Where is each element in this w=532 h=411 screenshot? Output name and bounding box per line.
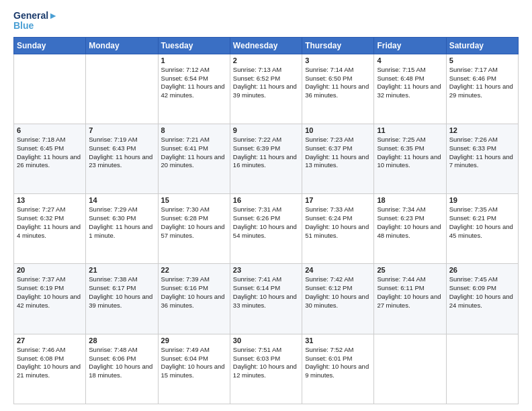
day-number: 7: [89, 126, 154, 134]
cell-info: Sunrise: 7:19 AM Sunset: 6:43 PM Dayligh…: [89, 136, 154, 170]
calendar-cell: 9Sunrise: 7:22 AM Sunset: 6:39 PM Daylig…: [230, 124, 302, 194]
weekday-header: Thursday: [302, 37, 374, 54]
cell-info: Sunrise: 7:34 AM Sunset: 6:23 PM Dayligh…: [377, 205, 443, 240]
calendar-cell: 10Sunrise: 7:23 AM Sunset: 6:37 PM Dayli…: [302, 124, 374, 194]
cell-info: Sunrise: 7:49 AM Sunset: 6:04 PM Dayligh…: [161, 346, 227, 380]
cell-info: Sunrise: 7:45 AM Sunset: 6:09 PM Dayligh…: [449, 275, 515, 310]
day-number: 12: [449, 126, 515, 134]
cell-info: Sunrise: 7:39 AM Sunset: 6:16 PM Dayligh…: [161, 275, 227, 310]
weekday-header: Sunday: [14, 37, 86, 54]
cell-info: Sunrise: 7:41 AM Sunset: 6:14 PM Dayligh…: [233, 275, 299, 310]
calendar-cell: 3Sunrise: 7:14 AM Sunset: 6:50 PM Daylig…: [302, 54, 374, 124]
calendar-cell: 28Sunrise: 7:48 AM Sunset: 6:06 PM Dayli…: [86, 334, 158, 404]
calendar-cell: 26Sunrise: 7:45 AM Sunset: 6:09 PM Dayli…: [446, 264, 518, 334]
cell-info: Sunrise: 7:27 AM Sunset: 6:32 PM Dayligh…: [17, 205, 83, 240]
calendar-table: SundayMondayTuesdayWednesdayThursdayFrid…: [13, 37, 519, 404]
weekday-header: Friday: [374, 37, 446, 54]
cell-info: Sunrise: 7:22 AM Sunset: 6:39 PM Dayligh…: [233, 136, 299, 170]
day-number: 8: [161, 126, 227, 134]
day-number: 6: [17, 126, 83, 134]
calendar-cell: [374, 334, 446, 404]
calendar-cell: 29Sunrise: 7:49 AM Sunset: 6:04 PM Dayli…: [158, 334, 230, 404]
cell-info: Sunrise: 7:29 AM Sunset: 6:30 PM Dayligh…: [89, 205, 154, 240]
day-number: 24: [305, 266, 371, 274]
calendar-cell: 27Sunrise: 7:46 AM Sunset: 6:08 PM Dayli…: [14, 334, 86, 404]
cell-info: Sunrise: 7:37 AM Sunset: 6:19 PM Dayligh…: [17, 275, 83, 310]
calendar-row: 20Sunrise: 7:37 AM Sunset: 6:19 PM Dayli…: [14, 264, 519, 334]
day-number: 25: [377, 266, 443, 274]
day-number: 11: [377, 126, 443, 134]
cell-info: Sunrise: 7:48 AM Sunset: 6:06 PM Dayligh…: [89, 346, 154, 380]
day-number: 27: [17, 336, 83, 345]
cell-info: Sunrise: 7:17 AM Sunset: 6:46 PM Dayligh…: [449, 66, 515, 100]
day-number: 2: [233, 56, 299, 64]
weekday-header: Tuesday: [158, 37, 230, 54]
calendar-cell: 7Sunrise: 7:19 AM Sunset: 6:43 PM Daylig…: [86, 124, 158, 194]
calendar-cell: 4Sunrise: 7:15 AM Sunset: 6:48 PM Daylig…: [374, 54, 446, 124]
calendar-cell: 15Sunrise: 7:30 AM Sunset: 6:28 PM Dayli…: [158, 194, 230, 264]
calendar-cell: 12Sunrise: 7:26 AM Sunset: 6:33 PM Dayli…: [446, 124, 518, 194]
day-number: 22: [161, 266, 227, 274]
calendar-cell: 5Sunrise: 7:17 AM Sunset: 6:46 PM Daylig…: [446, 54, 518, 124]
cell-info: Sunrise: 7:38 AM Sunset: 6:17 PM Dayligh…: [89, 275, 154, 310]
cell-info: Sunrise: 7:31 AM Sunset: 6:26 PM Dayligh…: [233, 205, 299, 240]
cell-info: Sunrise: 7:13 AM Sunset: 6:52 PM Dayligh…: [233, 66, 299, 100]
logo-text: General►Blue: [13, 11, 58, 32]
day-number: 21: [89, 266, 154, 274]
calendar-cell: 19Sunrise: 7:35 AM Sunset: 6:21 PM Dayli…: [446, 194, 518, 264]
calendar-row: 1Sunrise: 7:12 AM Sunset: 6:54 PM Daylig…: [14, 54, 519, 124]
day-number: 13: [17, 196, 83, 204]
logo: General►Blue: [13, 11, 58, 32]
cell-info: Sunrise: 7:44 AM Sunset: 6:11 PM Dayligh…: [377, 275, 443, 310]
calendar-cell: 25Sunrise: 7:44 AM Sunset: 6:11 PM Dayli…: [374, 264, 446, 334]
calendar-cell: 31Sunrise: 7:52 AM Sunset: 6:01 PM Dayli…: [302, 334, 374, 404]
calendar-cell: 16Sunrise: 7:31 AM Sunset: 6:26 PM Dayli…: [230, 194, 302, 264]
page-header: General►Blue: [13, 11, 519, 32]
calendar-cell: 8Sunrise: 7:21 AM Sunset: 6:41 PM Daylig…: [158, 124, 230, 194]
day-number: 31: [305, 336, 371, 345]
day-number: 16: [233, 196, 299, 204]
day-number: 19: [449, 196, 515, 204]
cell-info: Sunrise: 7:18 AM Sunset: 6:45 PM Dayligh…: [17, 136, 83, 170]
cell-info: Sunrise: 7:12 AM Sunset: 6:54 PM Dayligh…: [161, 66, 227, 100]
day-number: 1: [161, 56, 227, 64]
calendar-row: 13Sunrise: 7:27 AM Sunset: 6:32 PM Dayli…: [14, 194, 519, 264]
calendar-cell: 6Sunrise: 7:18 AM Sunset: 6:45 PM Daylig…: [14, 124, 86, 194]
calendar-cell: [86, 54, 158, 124]
cell-info: Sunrise: 7:14 AM Sunset: 6:50 PM Dayligh…: [305, 66, 371, 100]
calendar-cell: 21Sunrise: 7:38 AM Sunset: 6:17 PM Dayli…: [86, 264, 158, 334]
day-number: 15: [161, 196, 227, 204]
calendar-cell: 2Sunrise: 7:13 AM Sunset: 6:52 PM Daylig…: [230, 54, 302, 124]
calendar-cell: 22Sunrise: 7:39 AM Sunset: 6:16 PM Dayli…: [158, 264, 230, 334]
calendar-cell: 13Sunrise: 7:27 AM Sunset: 6:32 PM Dayli…: [14, 194, 86, 264]
cell-info: Sunrise: 7:52 AM Sunset: 6:01 PM Dayligh…: [305, 346, 371, 380]
calendar-row: 6Sunrise: 7:18 AM Sunset: 6:45 PM Daylig…: [14, 124, 519, 194]
day-number: 28: [89, 336, 154, 345]
calendar-header-row: SundayMondayTuesdayWednesdayThursdayFrid…: [14, 37, 519, 54]
day-number: 29: [161, 336, 227, 345]
calendar-cell: 24Sunrise: 7:42 AM Sunset: 6:12 PM Dayli…: [302, 264, 374, 334]
day-number: 20: [17, 266, 83, 274]
cell-info: Sunrise: 7:25 AM Sunset: 6:35 PM Dayligh…: [377, 136, 443, 170]
day-number: 26: [449, 266, 515, 274]
cell-info: Sunrise: 7:33 AM Sunset: 6:24 PM Dayligh…: [305, 205, 371, 240]
weekday-header: Wednesday: [230, 37, 302, 54]
calendar-cell: [14, 54, 86, 124]
day-number: 9: [233, 126, 299, 134]
cell-info: Sunrise: 7:51 AM Sunset: 6:03 PM Dayligh…: [233, 346, 299, 380]
cell-info: Sunrise: 7:26 AM Sunset: 6:33 PM Dayligh…: [449, 136, 515, 170]
calendar-cell: 14Sunrise: 7:29 AM Sunset: 6:30 PM Dayli…: [86, 194, 158, 264]
weekday-header: Saturday: [446, 37, 518, 54]
calendar-cell: 11Sunrise: 7:25 AM Sunset: 6:35 PM Dayli…: [374, 124, 446, 194]
day-number: 3: [305, 56, 371, 64]
day-number: 23: [233, 266, 299, 274]
calendar-cell: 18Sunrise: 7:34 AM Sunset: 6:23 PM Dayli…: [374, 194, 446, 264]
day-number: 18: [377, 196, 443, 204]
day-number: 30: [233, 336, 299, 345]
calendar-row: 27Sunrise: 7:46 AM Sunset: 6:08 PM Dayli…: [14, 334, 519, 404]
cell-info: Sunrise: 7:30 AM Sunset: 6:28 PM Dayligh…: [161, 205, 227, 240]
cell-info: Sunrise: 7:21 AM Sunset: 6:41 PM Dayligh…: [161, 136, 227, 170]
cell-info: Sunrise: 7:46 AM Sunset: 6:08 PM Dayligh…: [17, 346, 83, 380]
calendar-cell: 20Sunrise: 7:37 AM Sunset: 6:19 PM Dayli…: [14, 264, 86, 334]
cell-info: Sunrise: 7:35 AM Sunset: 6:21 PM Dayligh…: [449, 205, 515, 240]
